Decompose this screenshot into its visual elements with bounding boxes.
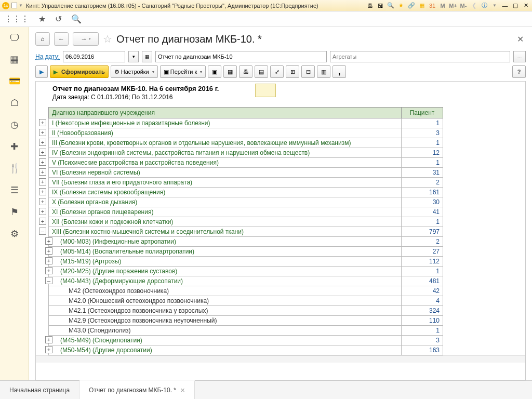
table-row[interactable]: (M20-M25) (Другие поражения суставов)1 [49,267,443,276]
save-icon[interactable]: 🖫 [376,2,384,10]
calendar-icon[interactable]: 31 [428,2,436,10]
expand-node-button[interactable]: + [39,119,46,126]
goto-button[interactable]: ▣Перейти к [160,65,206,78]
table-row[interactable]: M42.0 (Юношеский остеохондроз позвоночни… [49,296,443,306]
table-row[interactable]: III (Болезни крови, кроветворных органов… [49,138,443,148]
sidebar-settings-icon[interactable]: ⚙ [8,228,21,240]
table-row[interactable]: VII (Болезни глаза и его придаточного ап… [49,178,443,188]
tab-close-icon[interactable]: ✕ [180,387,185,394]
date-input[interactable] [63,51,125,62]
tab-home[interactable]: Начальная страница [0,381,79,399]
expand-node-button[interactable]: + [39,198,46,205]
table-row[interactable]: M42.1 (Остеохондроз позвоночника у взрос… [49,306,443,316]
memory-mminus-button[interactable]: M- [459,2,468,10]
print-button[interactable]: 🖶 [239,65,252,78]
expand-node-button[interactable]: + [45,237,52,245]
tree-expand-button[interactable]: ⊞ [286,65,299,78]
expand-node-button[interactable]: + [39,168,46,176]
tree-collapse-button[interactable]: ⊟ [301,65,315,78]
expand-node-button[interactable]: + [45,247,52,255]
sidebar-food-icon[interactable]: 🍴 [8,162,21,175]
maximize-icon[interactable]: ▢ [511,2,520,10]
minimize-icon[interactable]: — [501,2,509,10]
help-dropdown-icon[interactable]: ▼ [490,2,499,10]
calc-icon[interactable]: ▦ [418,2,426,10]
table-row[interactable]: (M15-M19) (Артрозы)112 [49,257,443,267]
expand-node-button[interactable]: + [39,218,46,225]
expand-node-button[interactable]: + [45,257,52,264]
tool-btn-3[interactable]: ▤ [255,65,268,78]
close-window-icon[interactable]: ✕ [522,2,530,10]
horizontal-scrollbar[interactable] [36,355,525,363]
links-icon[interactable]: 🔗 [407,2,416,10]
date-picker-button[interactable]: ▦ [142,51,152,62]
expand-node-button[interactable]: + [45,267,52,274]
tab-report[interactable]: Отчет по диагнозам МКБ-10. *✕ [79,380,195,399]
back-history-icon[interactable]: ❮ [470,2,478,10]
table-row[interactable]: M42 (Остеохондроз позвоночника)42 [49,286,443,296]
close-page-icon[interactable]: ✕ [517,34,526,44]
titlebar-dropdown-icon[interactable]: ▼ [19,3,23,8]
table-row[interactable]: IX (Болезни системы кровообращения)161 [49,188,443,197]
sidebar-medical-icon[interactable]: ✚ [8,140,21,153]
aggregates-more-button[interactable]: … [513,51,526,62]
memory-mplus-button[interactable]: M+ [449,2,457,10]
expand-node-button[interactable]: + [45,346,52,353]
sidebar-card-icon[interactable]: 💳 [8,75,21,87]
settings-button[interactable]: ⚙Настройки [111,65,158,78]
comma-button[interactable]: , [332,65,346,78]
expand-node-button[interactable]: + [39,208,46,215]
help-button[interactable]: ? [512,65,526,78]
star-icon[interactable]: ★ [38,14,46,24]
run-button[interactable]: ▶ [35,65,48,78]
sidebar-server-icon[interactable]: ☰ [8,184,21,196]
table-row[interactable]: VI (Болезни нервной системы)31 [49,168,443,178]
table-row[interactable]: (M50-M54) (Другие дорсопатии)163 [49,345,443,355]
report-area[interactable]: Отчет по диагнозам МКБ-10. На 6 сентября… [35,81,526,380]
table-row[interactable]: XIII (Болезни костно-мышечной системы и … [49,227,443,237]
sidebar-lamp-icon[interactable]: ☖ [8,97,21,109]
favorite-icon[interactable]: ★ [397,2,405,10]
expand-node-button[interactable]: + [39,188,46,195]
table-row[interactable]: I (Некоторые инфекционные и паразитарные… [49,118,443,128]
date-dropdown-button[interactable]: ▾ [128,51,139,62]
memory-m-button[interactable]: M [438,2,447,10]
expand-node-button[interactable]: + [39,149,46,156]
table-row[interactable]: (M05-M14) (Воспалительные полиартропатии… [49,247,443,257]
collapse-node-button[interactable]: – [45,277,52,284]
sidebar-monitor-icon[interactable]: 🖵 [8,31,21,44]
table-row[interactable]: XI (Болезни органов пищеварения)41 [49,207,443,217]
tool-btn-4[interactable]: ▥ [317,65,330,78]
table-row[interactable]: X (Болезни органов дыхания)30 [49,197,443,207]
date-label-link[interactable]: На дату: [35,53,60,60]
tool-btn-1[interactable]: ▣ [208,65,221,78]
sidebar-clock-icon[interactable]: ◷ [8,118,21,131]
sidebar-calendar-icon[interactable]: ▦ [8,53,21,65]
table-row[interactable]: II (Новообразования)3 [49,128,443,138]
report-name-input[interactable] [155,51,327,62]
table-row[interactable]: M43.0 (Спондилолиз)1 [49,326,443,336]
table-row[interactable]: IV (Болезни эндокринной системы, расстро… [49,148,443,158]
history-icon[interactable]: ↺ [55,14,62,24]
expand-node-button[interactable]: + [39,158,46,166]
apps-icon[interactable]: ⋮⋮⋮ [4,14,29,24]
table-row[interactable]: (M45-M49) (Спондилопатии)3 [49,336,443,345]
expand-node-button[interactable]: + [39,178,46,185]
info-icon[interactable]: ⓘ [480,2,488,10]
collapse-node-button[interactable]: – [39,228,46,235]
table-row[interactable]: V (Психические расстройства и расстройст… [49,158,443,168]
generate-button[interactable]: Сформировать [50,65,109,78]
table-row[interactable]: (M40-M43) (Деформирующие дорсопатии)481 [49,276,443,286]
expand-node-button[interactable]: + [39,129,46,136]
table-row[interactable]: XII (Болезни кожи и подкожной клетчатки)… [49,217,443,227]
table-row[interactable]: M42.9 (Остеохондроз позвоночника неуточн… [49,316,443,326]
aggregates-input[interactable] [330,51,510,62]
print-icon[interactable]: 🖶 [366,2,374,10]
tool-btn-2[interactable]: ▦ [223,65,237,78]
expand-button[interactable]: ⤢ [270,65,284,78]
expand-node-button[interactable]: + [45,336,52,343]
preview-icon[interactable]: 🔍 [387,2,395,10]
search-icon[interactable]: 🔍 [71,14,82,24]
home-button[interactable]: ⌂ [35,32,50,46]
table-row[interactable]: (M00-M03) (Инфекционные артропатии)2 [49,237,443,247]
